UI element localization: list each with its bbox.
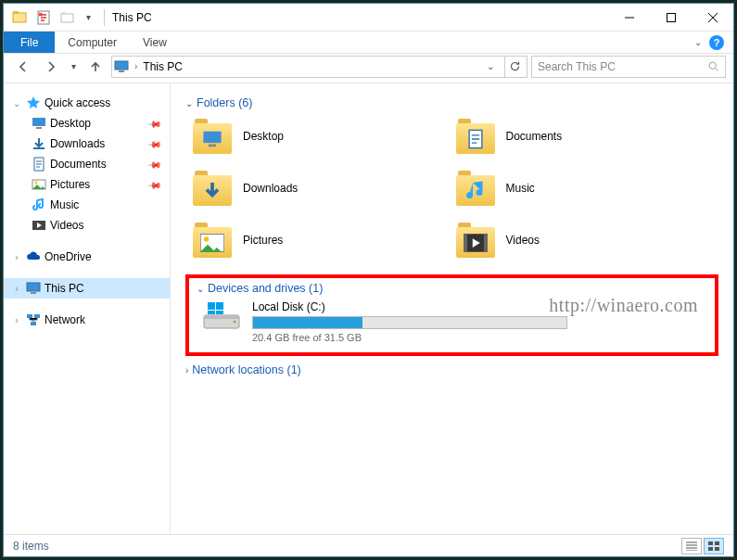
this-pc-icon: [26, 281, 41, 296]
forward-button[interactable]: [39, 55, 63, 79]
nav-item-desktop[interactable]: Desktop📌: [4, 113, 170, 134]
folder-music[interactable]: Music: [456, 171, 719, 206]
svg-rect-30: [204, 315, 239, 319]
svg-rect-18: [27, 314, 32, 318]
svg-rect-17: [31, 292, 36, 294]
svg-rect-0: [13, 13, 26, 22]
address-bar[interactable]: › This PC ⌄: [111, 56, 527, 78]
view-tiles-button[interactable]: [704, 538, 724, 554]
view-details-button[interactable]: [681, 538, 702, 554]
svg-rect-32: [216, 302, 223, 310]
nav-quick-access: ⌄ Quick access Desktop📌 Downloads📌 Docum…: [4, 93, 170, 235]
status-item-count: 8 items: [13, 540, 49, 553]
svg-rect-5: [667, 13, 675, 21]
chevron-down-icon[interactable]: ⌄: [11, 98, 22, 108]
drive-local-c[interactable]: Local Disk (C:) 20.4 GB free of 31.5 GB: [197, 300, 707, 343]
svg-rect-34: [216, 311, 223, 314]
nav-onedrive[interactable]: › OneDrive: [4, 247, 170, 267]
chevron-right-icon: ›: [134, 61, 137, 71]
maximize-button[interactable]: [650, 4, 692, 31]
svg-rect-9: [32, 118, 45, 126]
search-icon: [707, 60, 719, 72]
drive-usage-bar: [252, 316, 567, 329]
refresh-button[interactable]: [504, 57, 525, 77]
nav-network[interactable]: › Network: [4, 310, 170, 330]
close-button[interactable]: [692, 4, 733, 31]
pin-icon: 📌: [147, 116, 162, 131]
address-dropdown-icon[interactable]: ⌄: [482, 61, 499, 71]
quick-access-toolbar: ▾: [4, 7, 100, 28]
back-button[interactable]: [11, 55, 35, 79]
search-input[interactable]: Search This PC: [531, 56, 726, 78]
folder-documents[interactable]: Documents: [456, 119, 719, 154]
folders-grid: Desktop Documents Downloads Music Pictur…: [185, 119, 718, 258]
nav-item-downloads[interactable]: Downloads📌: [4, 134, 170, 154]
group-folders-header[interactable]: ⌄ Folders (6): [185, 96, 718, 109]
chevron-down-icon: ⌄: [185, 98, 193, 108]
search-placeholder: Search This PC: [538, 60, 616, 73]
svg-point-35: [234, 321, 236, 324]
svg-rect-16: [27, 283, 40, 291]
pin-icon: 📌: [147, 177, 162, 192]
explorer-body: ⌄ Quick access Desktop📌 Downloads📌 Docum…: [4, 83, 733, 534]
minimize-button[interactable]: [608, 4, 650, 31]
pin-icon: 📌: [147, 136, 162, 151]
help-icon[interactable]: ?: [709, 35, 724, 50]
svg-rect-22: [209, 144, 216, 146]
svg-rect-3: [61, 14, 73, 22]
properties-icon[interactable]: [33, 7, 54, 28]
folder-desktop[interactable]: Desktop: [193, 119, 456, 154]
tab-view[interactable]: View: [130, 32, 180, 53]
folder-videos[interactable]: Videos: [456, 223, 719, 258]
chevron-right-icon[interactable]: ›: [11, 284, 22, 294]
pin-icon: 📌: [147, 157, 162, 172]
cloud-icon: [26, 249, 41, 264]
qat-customize-icon[interactable]: ▾: [82, 7, 95, 28]
svg-point-14: [35, 182, 38, 185]
folder-pictures[interactable]: Pictures: [193, 223, 456, 258]
svg-rect-36: [708, 541, 713, 545]
window-controls: [608, 4, 733, 31]
address-text: This PC: [143, 60, 183, 73]
svg-rect-21: [203, 131, 221, 142]
svg-point-25: [204, 236, 209, 241]
content-pane: ⌄ Folders (6) Desktop Documents Download…: [171, 83, 733, 534]
file-explorer-window: ▾ This PC File Computer View ⌄ ? ▾ › Thi…: [3, 3, 734, 557]
file-tab[interactable]: File: [4, 32, 55, 53]
group-netloc-header[interactable]: › Network locations (1): [185, 363, 718, 376]
star-icon: [26, 95, 41, 110]
nav-item-pictures[interactable]: Pictures📌: [4, 174, 170, 195]
svg-rect-31: [208, 302, 215, 310]
this-pc-icon: [114, 59, 129, 74]
folder-downloads[interactable]: Downloads: [193, 171, 456, 206]
chevron-right-icon[interactable]: ›: [11, 252, 22, 262]
nav-quick-access-header[interactable]: ⌄ Quick access: [4, 93, 170, 113]
up-button[interactable]: [83, 55, 108, 79]
drive-free-text: 20.4 GB free of 31.5 GB: [252, 332, 707, 343]
drive-label: Local Disk (C:): [252, 300, 707, 313]
svg-rect-7: [119, 70, 124, 72]
svg-rect-11: [33, 147, 44, 149]
svg-rect-10: [36, 127, 42, 129]
app-icon[interactable]: [9, 7, 30, 28]
nav-item-videos[interactable]: Videos: [4, 215, 170, 235]
chevron-down-icon: ⌄: [197, 284, 204, 294]
chevron-right-icon[interactable]: ›: [11, 315, 22, 325]
ribbon-expand-icon[interactable]: ⌄: [694, 37, 702, 47]
network-icon: [26, 312, 41, 327]
recent-locations-icon[interactable]: ▾: [67, 55, 80, 79]
highlight-box: ⌄ Devices and drives (1) Local Disk (C:)…: [185, 274, 718, 356]
title-separator: [104, 9, 105, 26]
svg-rect-37: [715, 541, 719, 545]
nav-this-pc[interactable]: › This PC: [4, 278, 170, 299]
new-folder-icon[interactable]: [57, 7, 78, 28]
svg-rect-1: [13, 11, 19, 14]
nav-item-documents[interactable]: Documents📌: [4, 154, 170, 174]
tab-computer[interactable]: Computer: [55, 32, 130, 53]
svg-rect-4: [61, 12, 66, 15]
title-bar: ▾ This PC: [4, 4, 733, 32]
group-drives-header[interactable]: ⌄ Devices and drives (1): [197, 282, 707, 295]
svg-rect-33: [208, 311, 215, 314]
nav-item-music[interactable]: Music: [4, 195, 170, 215]
svg-rect-38: [708, 547, 713, 551]
